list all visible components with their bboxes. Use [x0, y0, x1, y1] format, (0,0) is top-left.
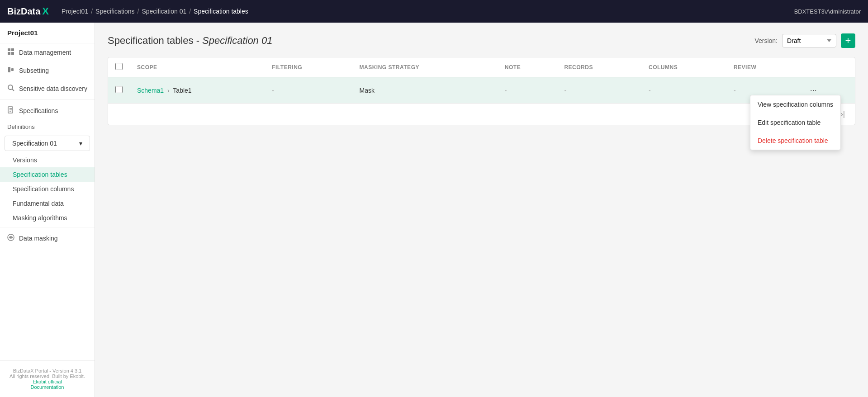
svg-rect-2 [8, 52, 10, 55]
breadcrumb-specifications[interactable]: Specifications [95, 8, 134, 15]
spec-dropdown[interactable]: Specification 01 ▾ [5, 136, 90, 151]
page-title: Specification tables - Specification 01 [108, 35, 272, 47]
svg-rect-1 [11, 48, 14, 51]
columns-value: - [649, 87, 651, 94]
col-masking-strategy: MASKING STRATEGY [352, 57, 498, 77]
spec-tables-table: SCOPE FILTERING MASKING STRATEGY NOTE RE… [108, 57, 855, 104]
table-header-row: SCOPE FILTERING MASKING STRATEGY NOTE RE… [108, 57, 855, 77]
svg-rect-0 [8, 48, 10, 51]
svg-rect-3 [11, 52, 14, 55]
sidebar-sub-specification-tables[interactable]: Specification tables [0, 167, 95, 182]
breadcrumb-spec01[interactable]: Specification 01 [142, 8, 186, 15]
main-content: Specification tables - Specification 01 … [95, 23, 868, 397]
svg-rect-5 [11, 68, 14, 71]
version-label: Version: [754, 37, 778, 44]
sidebar-item-specifications[interactable]: Specifications [0, 102, 95, 120]
col-actions [799, 57, 855, 77]
user-info: BDXTEST3\Administrator [794, 8, 861, 15]
logo[interactable]: BizData X [7, 5, 49, 17]
footer-link-ekobit[interactable]: Ekobit official [7, 379, 87, 384]
svg-point-6 [8, 85, 13, 90]
select-all-checkbox[interactable] [115, 63, 123, 70]
row-records-cell: - [557, 77, 641, 104]
col-note: NOTE [498, 57, 557, 77]
row-scope-cell: Schema1 › Table1 [130, 77, 265, 104]
sidebar-sensitive-label: Sensitive data discovery [19, 85, 87, 92]
masking-strategy-value: Mask [360, 87, 375, 94]
svg-rect-4 [8, 67, 10, 72]
sidebar-footer: BizDataX Portal - Version 4.3.1 All righ… [0, 360, 95, 397]
spec-tables-container: SCOPE FILTERING MASKING STRATEGY NOTE RE… [108, 57, 855, 125]
version-row: Version: Draft Published + [754, 33, 855, 48]
sidebar-subsetting-label: Subsetting [19, 67, 49, 74]
subsetting-icon [7, 66, 14, 75]
sidebar-sub-fundamental-data[interactable]: Fundamental data [0, 196, 95, 211]
data-management-icon [7, 48, 14, 57]
note-value: - [505, 87, 507, 94]
footer-link-docs[interactable]: Documentation [7, 384, 87, 390]
col-checkbox [108, 57, 130, 77]
logo-x: X [42, 5, 49, 17]
logo-text: BizData [7, 6, 40, 17]
breadcrumb-spec-tables: Specification tables [194, 8, 248, 15]
add-button[interactable]: + [841, 33, 855, 48]
data-masking-icon [7, 234, 14, 243]
scope-arrow: › [167, 87, 170, 94]
footer-rights: All rights reserved. Built by Ekobit. [7, 373, 87, 379]
sidebar-sub-masking-algorithms[interactable]: Masking algorithms [0, 211, 95, 225]
chevron-down-icon: ▾ [79, 140, 82, 147]
sidebar-sub-versions[interactable]: Versions [0, 153, 95, 167]
sidebar-item-data-management[interactable]: Data management [0, 43, 95, 61]
sidebar-definitions-label[interactable]: Definitions [0, 120, 95, 134]
svg-point-13 [10, 236, 12, 238]
row-masking-strategy-cell: Mask [352, 77, 498, 104]
row-note-cell: - [498, 77, 557, 104]
scope-table-name: Table1 [173, 87, 191, 94]
sidebar-sub-specification-columns[interactable]: Specification columns [0, 182, 95, 196]
breadcrumb: Project01 / Specifications / Specificati… [62, 8, 248, 15]
col-filtering: FILTERING [265, 57, 352, 77]
sidebar-project-label: Project01 [0, 23, 95, 43]
context-menu: View specification columns Edit specific… [750, 95, 841, 150]
nav-left: BizData X Project01 / Specifications / S… [7, 5, 248, 17]
sidebar-item-data-masking[interactable]: Data masking [0, 229, 95, 247]
row-checkbox[interactable] [115, 86, 123, 93]
sidebar-data-management-label: Data management [19, 49, 71, 56]
context-menu-view-columns[interactable]: View specification columns [750, 95, 840, 113]
pagination-row: Items per page: 10 › ›| [108, 104, 855, 125]
row-checkbox-cell [108, 77, 130, 104]
spec-dropdown-label: Specification 01 [12, 140, 57, 147]
version-select[interactable]: Draft Published [782, 34, 836, 47]
context-menu-edit-table[interactable]: Edit specification table [750, 113, 840, 132]
col-scope: SCOPE [130, 57, 265, 77]
top-navbar: BizData X Project01 / Specifications / S… [0, 0, 868, 23]
sensitive-data-icon [7, 84, 14, 93]
scope-schema-link[interactable]: Schema1 [137, 87, 164, 94]
sidebar: Project01 Data management Subsetting Sen… [0, 23, 95, 397]
filtering-value: - [272, 87, 274, 94]
page-title-static: Specification tables - [108, 35, 202, 46]
specifications-icon [7, 106, 14, 115]
sidebar-item-sensitive-data[interactable]: Sensitive data discovery [0, 80, 95, 98]
review-value: - [734, 87, 736, 94]
breadcrumb-sep-3: / [189, 8, 191, 15]
table-row: Schema1 › Table1 - Mask - [108, 77, 855, 104]
sidebar-specifications-label: Specifications [19, 107, 58, 114]
col-review: REVIEW [726, 57, 799, 77]
row-columns-cell: - [641, 77, 726, 104]
breadcrumb-sep-1: / [91, 8, 93, 15]
breadcrumb-project[interactable]: Project01 [62, 8, 88, 15]
row-filtering-cell: - [265, 77, 352, 104]
footer-version: BizDataX Portal - Version 4.3.1 [7, 368, 87, 373]
svg-line-7 [12, 89, 14, 91]
breadcrumb-sep-2: / [137, 8, 139, 15]
context-menu-delete-table[interactable]: Delete specification table [750, 132, 840, 150]
sidebar-item-subsetting[interactable]: Subsetting [0, 61, 95, 80]
col-columns: COLUMNS [641, 57, 726, 77]
records-value: - [564, 87, 566, 94]
page-title-italic: Specification 01 [202, 35, 272, 46]
col-records: RECORDS [557, 57, 641, 77]
sidebar-data-masking-label: Data masking [19, 235, 58, 242]
page-header: Specification tables - Specification 01 … [108, 33, 855, 48]
